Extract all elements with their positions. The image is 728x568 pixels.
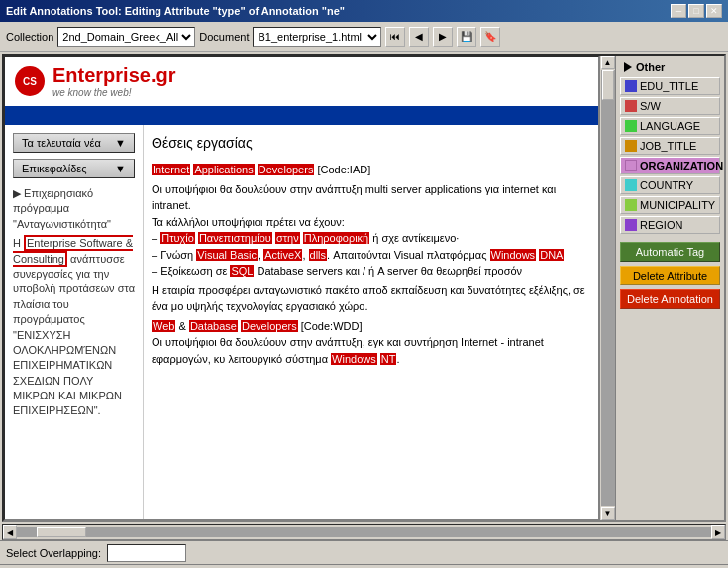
highlight-web: Web xyxy=(152,320,175,332)
left-sidebar: Τα τελευταία νέα ▼ Επικεφαλίδες ▼ ▶ Επιχ… xyxy=(5,125,144,519)
highlight-dna: DNA xyxy=(539,249,564,261)
maximize-button[interactable]: □ xyxy=(688,4,704,18)
language-label: LANGUAGE xyxy=(640,120,700,132)
paragraph-6: – Εξοίκεωση σε SQL Database servers και … xyxy=(152,263,590,280)
region-color xyxy=(625,219,637,231)
edu-title-tag[interactable]: EDU_TITLE xyxy=(620,77,720,95)
nav-bar xyxy=(5,109,598,125)
nav-back-button[interactable]: ◀ xyxy=(409,27,429,47)
highlight-database: Database xyxy=(189,320,238,332)
country-label: COUNTRY xyxy=(640,179,693,191)
municipality-tag[interactable]: MUNICIPALITY xyxy=(620,196,720,214)
scroll-down-button[interactable]: ▼ xyxy=(601,507,615,520)
window-controls: ─ □ ✕ xyxy=(671,4,722,18)
paragraph-4: – Πτυχίο Πανεπιστημίου στην Πληροφορική … xyxy=(152,230,590,247)
scroll-right-button[interactable]: ▶ xyxy=(711,525,725,539)
headers-nav-button[interactable]: Επικεφαλίδες ▼ xyxy=(13,159,135,178)
annotations-panel: Other EDU_TITLE S/W LANGUAGE JOB_TITLE O… xyxy=(615,56,724,520)
toolbar: Collection 2nd_Domain_Greek_All Document… xyxy=(0,22,728,52)
logo-icon: CS xyxy=(15,66,45,96)
document-select[interactable]: B1_enterprise_1.html xyxy=(253,27,381,47)
highlight-developers: Developers xyxy=(258,164,315,175)
main-article: Θέσεις εργασίας Internet Applications De… xyxy=(144,125,598,519)
nav-back-back-button[interactable]: ⏮ xyxy=(385,27,405,47)
select-overlapping-label: Select Overlapping: xyxy=(6,547,101,559)
highlight-internet: Internet xyxy=(152,164,190,175)
country-tag[interactable]: COUNTRY xyxy=(620,176,720,194)
org-highlight: Enterprise Software & Consulting xyxy=(13,235,133,266)
hscroll-thumb[interactable] xyxy=(37,527,86,537)
country-color xyxy=(625,179,637,191)
highlight-applications: Applications xyxy=(193,164,254,175)
municipality-color xyxy=(625,199,637,211)
highlight-pliroforiki: Πληροφορική xyxy=(303,232,370,244)
sw-color xyxy=(625,100,637,112)
paragraph-2: Οι υποψήφιοι θα δουλεύουν στην ανάπτυξη … xyxy=(152,181,590,214)
highlight-dlls: dlls xyxy=(309,249,328,261)
expand-icon xyxy=(624,62,632,72)
highlight-windows2: Windows xyxy=(331,353,377,365)
enterprise-subtitle: we know the web! xyxy=(52,87,176,98)
content-area: Τα τελευταία νέα ▼ Επικεφαλίδες ▼ ▶ Επιχ… xyxy=(5,125,598,519)
edu-title-color xyxy=(625,80,637,92)
edu-title-label: EDU_TITLE xyxy=(640,80,698,92)
paragraph-9: Οι υποψήφιοι θα δουλεύουν στην ανάπτυξη,… xyxy=(152,334,590,367)
collection-select[interactable]: 2nd_Domain_Greek_All xyxy=(57,27,195,47)
panel-title: Other xyxy=(636,61,665,73)
horizontal-scrollbar[interactable]: ◀ ▶ xyxy=(2,524,726,540)
news-nav-button[interactable]: Τα τελευταία νέα ▼ xyxy=(13,133,135,153)
job-title-color xyxy=(625,140,637,152)
panel-header: Other xyxy=(620,59,720,75)
sw-tag[interactable]: S/W xyxy=(620,97,720,115)
delete-attribute-button[interactable]: Delete Attribute xyxy=(620,266,720,285)
auto-tag-button[interactable]: Automatic Tag xyxy=(620,242,720,262)
highlight-developers2: Developers xyxy=(241,320,298,332)
enterprise-header: CS Enterprise.gr we know the web! xyxy=(5,57,598,109)
highlight-windows: Windows xyxy=(490,249,537,261)
highlight-vb: Visual Basic xyxy=(196,249,258,261)
paragraph-8: Web & Database Developers [Code:WDD] xyxy=(152,318,590,335)
minimize-button[interactable]: ─ xyxy=(671,4,686,18)
hscroll-track xyxy=(17,527,711,537)
municipality-label: MUNICIPALITY xyxy=(640,199,715,211)
window-title: Edit Annotations Tool: Editing Attribute… xyxy=(6,5,345,17)
region-tag[interactable]: REGION xyxy=(620,216,720,234)
scroll-left-button[interactable]: ◀ xyxy=(3,525,17,539)
scroll-track xyxy=(601,70,615,506)
sw-label: S/W xyxy=(640,100,661,112)
select-overlapping-bar: Select Overlapping: xyxy=(0,540,728,564)
nav-forward-button[interactable]: ▶ xyxy=(433,27,453,47)
scroll-thumb[interactable] xyxy=(602,70,614,100)
delete-annotation-button[interactable]: Delete Annotation xyxy=(620,289,720,309)
enterprise-title: Enterprise.gr xyxy=(52,64,176,87)
organization-tag[interactable]: ORGANIZATION xyxy=(620,157,720,174)
web-content-area: CS Enterprise.gr we know the web! Τα τελ… xyxy=(4,56,599,520)
highlight-panepistimio: Πανεπιστημίου xyxy=(198,232,272,244)
job-title-label: JOB_TITLE xyxy=(640,140,696,152)
highlight-activex: ActiveX xyxy=(263,249,302,261)
highlight-stin: στην xyxy=(275,232,300,244)
paragraph-7: Η εταιρία προσφέρει ανταγωνιστικό πακέτο… xyxy=(152,283,590,315)
language-tag[interactable]: LANGUAGE xyxy=(620,117,720,135)
highlight-nt: NT xyxy=(380,353,397,365)
status-bar: Collection:(2nd_Domain_Greek_All), Docum… xyxy=(0,564,728,568)
organization-color xyxy=(625,160,637,171)
job-title-tag[interactable]: JOB_TITLE xyxy=(620,137,720,155)
region-label: REGION xyxy=(640,219,682,231)
enterprise-logo: Enterprise.gr we know the web! xyxy=(52,64,176,98)
paragraph-1: Internet Applications Developers [Code:I… xyxy=(152,162,590,178)
save-button[interactable]: 💾 xyxy=(457,27,476,47)
section-title: Θέσεις εργασίας xyxy=(152,133,590,154)
highlight-ptyxio: Πτυχίο xyxy=(160,232,195,244)
bookmark-button[interactable]: 🔖 xyxy=(480,27,500,47)
paragraph-5: – Γνώση Visual Basic, ActiveX, dlls. Απα… xyxy=(152,247,590,264)
select-overlapping-input[interactable] xyxy=(107,544,186,562)
close-button[interactable]: ✕ xyxy=(706,4,722,18)
title-bar: Edit Annotations Tool: Editing Attribute… xyxy=(0,0,728,22)
vertical-scrollbar[interactable]: ▲ ▼ xyxy=(599,56,615,520)
sidebar-text: ▶ Επιχειρησιακό πρόγραμμα "Ανταγωνιστικό… xyxy=(13,186,135,419)
document-label: Document xyxy=(199,31,249,43)
scroll-up-button[interactable]: ▲ xyxy=(601,56,615,69)
language-color xyxy=(625,120,637,132)
highlight-sql: SQL xyxy=(230,265,254,277)
